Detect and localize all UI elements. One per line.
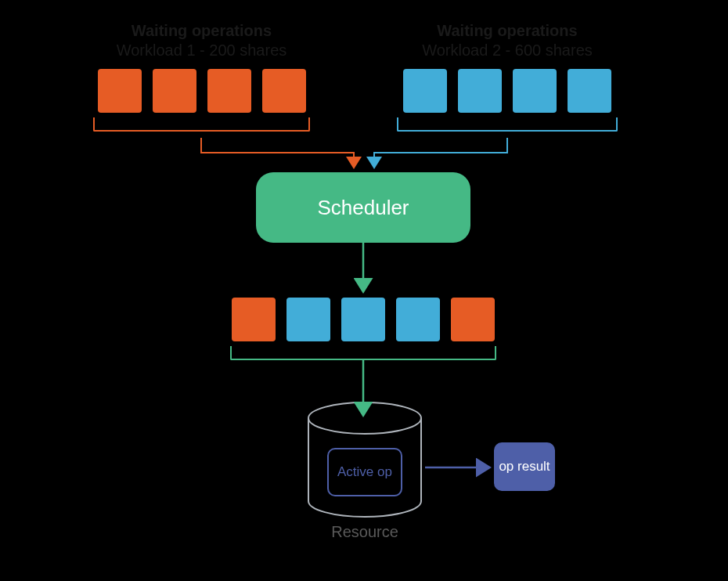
queue-item [98,69,142,113]
queue-item [262,69,306,113]
arrow-workload1-to-scheduler [201,138,354,166]
queue-item [153,69,196,113]
workload-2: Waiting operations Workload 2 - 600 shar… [386,22,629,132]
workload-1-subtitle: Workload 1 - 200 shares [82,42,321,60]
queue-item [451,298,495,341]
queue-item [232,298,276,341]
resource-label: Resource [306,523,423,541]
workload-2-bracket [397,117,618,132]
op-result-label: op result [499,459,550,475]
queue-item [513,69,557,113]
queue-item [287,298,330,341]
workload-1-title: Waiting operations [82,22,321,40]
arrow-workload2-to-scheduler [374,138,507,166]
scheduled-bracket [230,346,496,360]
scheduler-label: Scheduler [317,196,409,220]
workload-1-bracket [93,117,310,132]
queue-item [568,69,611,113]
queue-item [458,69,502,113]
workload-1: Waiting operations Workload 1 - 200 shar… [82,22,321,132]
svg-point-0 [308,402,421,434]
queue-item [403,69,447,113]
op-result-box: op result [494,442,555,491]
workload-2-title: Waiting operations [386,22,629,40]
workload-2-subtitle: Workload 2 - 600 shares [386,42,629,60]
scheduler-node: Scheduler [256,172,470,243]
resource-cylinder: Active op [306,401,423,518]
workload-1-queue [82,69,321,113]
workload-2-queue [386,69,629,113]
queue-item [207,69,251,113]
scheduled-queue [230,298,496,360]
queue-item [341,298,385,341]
active-op-box: Active op [327,448,402,496]
active-op-label: Active op [337,464,392,480]
queue-item [396,298,440,341]
